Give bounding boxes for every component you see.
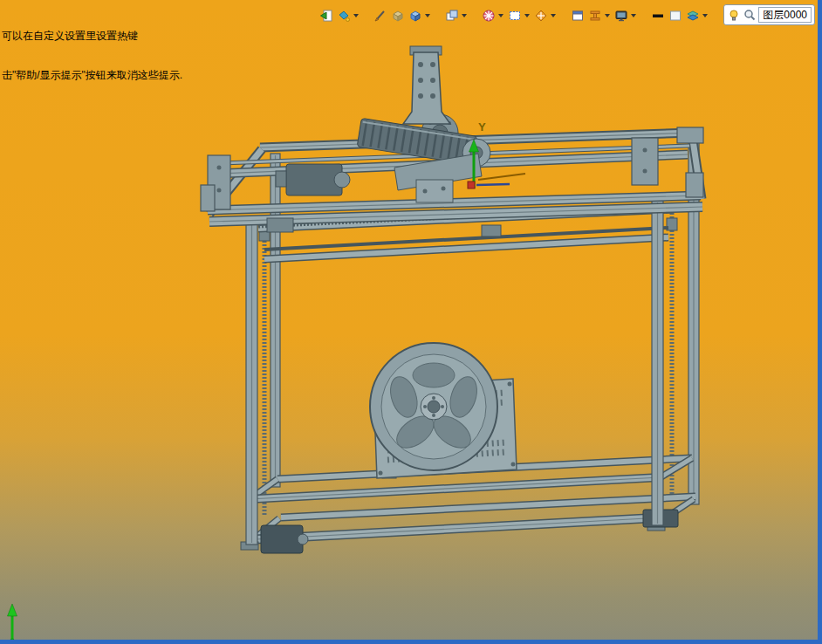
window-border-bottom bbox=[0, 640, 822, 644]
hint-line-1: 可以在自定义设置里设置热键 bbox=[2, 30, 182, 43]
solid-cube-icon[interactable] bbox=[407, 7, 424, 24]
bottom-motor-left[interactable] bbox=[261, 525, 308, 553]
dropdown-arrow[interactable] bbox=[605, 14, 610, 17]
display-mode-icon[interactable] bbox=[613, 7, 630, 24]
lead-screw-left[interactable] bbox=[259, 223, 270, 515]
dropdown-arrow[interactable] bbox=[353, 14, 359, 17]
frame-leg-front-left[interactable] bbox=[246, 216, 257, 545]
dropdown-arrow[interactable] bbox=[702, 14, 708, 17]
selection-box-icon[interactable] bbox=[506, 7, 524, 24]
window-border-right bbox=[818, 0, 822, 644]
machine-model[interactable]: Y bbox=[201, 46, 703, 553]
main-toolbar bbox=[318, 5, 710, 26]
line-width-icon[interactable] bbox=[649, 7, 667, 24]
pulley-wheel[interactable] bbox=[370, 343, 497, 470]
mid-cross-rail[interactable] bbox=[264, 228, 668, 259]
stacked-squares-icon[interactable] bbox=[443, 7, 461, 24]
z-axis-assembly[interactable] bbox=[357, 46, 490, 202]
bottom-frame[interactable] bbox=[241, 497, 695, 550]
lightbulb-icon[interactable] bbox=[727, 8, 741, 22]
z-bracket-plate bbox=[403, 52, 450, 124]
extrude-cube-icon[interactable] bbox=[389, 7, 407, 24]
color-swatch-icon[interactable] bbox=[667, 7, 684, 24]
hint-text: 可以在自定义设置里设置热键 击"帮助/显示提示"按钮来取消这些提示. bbox=[2, 3, 182, 108]
world-axis-indicator bbox=[8, 604, 17, 643]
layer-name-field[interactable]: 图层0000 bbox=[758, 7, 812, 23]
frame-leg-front-right[interactable] bbox=[652, 201, 663, 525]
paint-style-icon[interactable] bbox=[335, 7, 353, 24]
pen-icon[interactable] bbox=[372, 7, 389, 24]
dropdown-arrow[interactable] bbox=[462, 14, 467, 17]
dropdown-arrow[interactable] bbox=[524, 14, 530, 17]
pattern-wheel-icon[interactable] bbox=[480, 7, 497, 24]
cad-application-window: Y 可以在自定义设置里设置热键 击"帮助/显示提示"按钮来取消这些提示. bbox=[0, 0, 822, 644]
x-axis-motor[interactable] bbox=[276, 164, 350, 195]
hint-line-2: 击"帮助/显示提示"按钮来取消这些提示. bbox=[2, 69, 182, 82]
window-icon[interactable] bbox=[569, 7, 586, 24]
layer-panel: 图层0000 bbox=[723, 4, 815, 25]
locate-target-icon[interactable] bbox=[532, 7, 550, 24]
work-axis-label: Y bbox=[478, 120, 486, 134]
dropdown-arrow[interactable] bbox=[498, 14, 503, 17]
magnifier-icon[interactable] bbox=[743, 8, 757, 22]
h-beam-icon[interactable] bbox=[586, 7, 604, 24]
dropdown-arrow[interactable] bbox=[425, 14, 430, 17]
dropdown-arrow[interactable] bbox=[631, 14, 636, 17]
back-page-icon[interactable] bbox=[318, 7, 335, 24]
layers-icon[interactable] bbox=[684, 7, 702, 24]
dropdown-arrow[interactable] bbox=[551, 14, 556, 17]
